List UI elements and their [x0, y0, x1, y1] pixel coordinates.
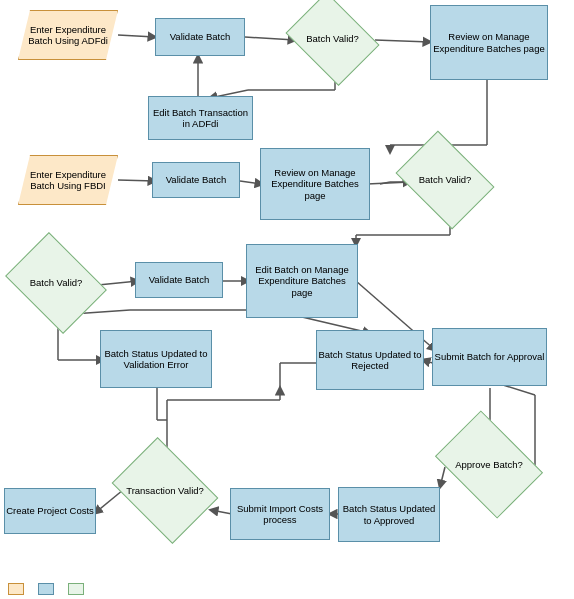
flowchart: Enter Expenditure Batch Using ADFdi Vali…	[0, 0, 574, 599]
svg-line-27	[440, 467, 445, 487]
batch-status-rejected-label: Batch Status Updated to Rejected	[317, 349, 423, 372]
legend-green	[68, 583, 84, 595]
batch-valid-2-node: Batch Valid?	[396, 131, 495, 230]
edit-adfdi-node: Edit Batch Transaction in ADFdi	[148, 96, 253, 140]
batch-approved-label: Batch Status Updated to Approved	[339, 503, 439, 526]
transaction-valid-node: Transaction Valid?	[112, 437, 219, 544]
create-project-node: Create Project Costs	[4, 488, 96, 534]
create-project-label: Create Project Costs	[6, 505, 94, 516]
svg-line-31	[211, 510, 232, 514]
batch-valid-1-node: Batch Valid?	[285, 0, 379, 86]
validate-batch-1-label: Validate Batch	[170, 31, 231, 42]
svg-line-2	[375, 40, 430, 42]
batch-valid-2-label: Batch Valid?	[419, 174, 472, 185]
submit-batch-node: Submit Batch for Approval	[432, 328, 547, 386]
enter-fbdi-label: Enter Expenditure Batch Using FBDI	[19, 169, 117, 192]
review-2-node: Review on Manage Expenditure Batches pag…	[260, 148, 370, 220]
svg-line-10	[118, 180, 155, 181]
submit-import-label: Submit Import Costs process	[231, 503, 329, 526]
batch-status-rejected-node: Batch Status Updated to Rejected	[316, 330, 424, 390]
validate-batch-2-label: Validate Batch	[166, 174, 227, 185]
enter-adfdi-node: Enter Expenditure Batch Using ADFdi	[18, 10, 118, 60]
review-2-label: Review on Manage Expenditure Batches pag…	[261, 167, 369, 201]
batch-status-error-label: Batch Status Updated to Validation Error	[101, 348, 211, 371]
svg-line-17	[380, 182, 390, 184]
approve-batch-node: Approve Batch?	[435, 410, 543, 518]
svg-line-12	[367, 182, 410, 184]
validate-batch-2-node: Validate Batch	[152, 162, 240, 198]
batch-valid-1-label: Batch Valid?	[306, 33, 359, 44]
svg-line-0	[118, 35, 155, 37]
batch-approved-node: Batch Status Updated to Approved	[338, 487, 440, 542]
batch-valid-3-label: Batch Valid?	[30, 277, 83, 288]
enter-fbdi-node: Enter Expenditure Batch Using FBDI	[18, 155, 118, 205]
svg-line-32	[95, 490, 123, 513]
approve-batch-label: Approve Batch?	[455, 459, 523, 470]
edit-manage-node: Edit Batch on Manage Expenditure Batches…	[246, 244, 358, 318]
legend-blue	[38, 583, 54, 595]
review-1-label: Review on Manage Expenditure Batches pag…	[431, 31, 547, 54]
svg-line-1	[245, 37, 295, 40]
batch-status-error-node: Batch Status Updated to Validation Error	[100, 330, 212, 388]
svg-line-18	[98, 281, 138, 285]
transaction-valid-label: Transaction Valid?	[126, 485, 204, 496]
validate-batch-3-label: Validate Batch	[149, 274, 210, 285]
edit-manage-label: Edit Batch on Manage Expenditure Batches…	[247, 264, 357, 298]
legend-orange	[8, 583, 24, 595]
review-1-node: Review on Manage Expenditure Batches pag…	[430, 5, 548, 80]
edit-adfdi-label: Edit Batch Transaction in ADFdi	[149, 107, 252, 130]
submit-batch-label: Submit Batch for Approval	[435, 351, 545, 362]
validate-batch-3-node: Validate Batch	[135, 262, 223, 298]
enter-adfdi-label: Enter Expenditure Batch Using ADFdi	[19, 24, 117, 47]
batch-valid-3-node: Batch Valid?	[5, 232, 107, 334]
validate-batch-1-node: Validate Batch	[155, 18, 245, 56]
submit-import-node: Submit Import Costs process	[230, 488, 330, 540]
svg-line-11	[240, 181, 262, 184]
